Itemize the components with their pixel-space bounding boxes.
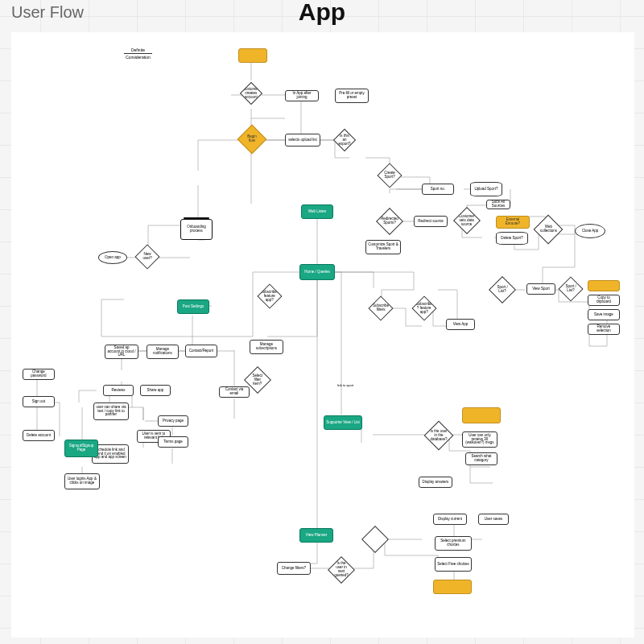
node-external-enroute: External Enroute? [496,216,530,229]
node-delete-account: Delete account [23,430,55,441]
label-link-sport: link to sport [329,382,361,390]
node-view-app: View App [446,319,475,330]
node-redirect-src: Redirect source [414,216,448,227]
node-bottom-yellow [433,580,472,594]
node-login-image: User logins App & clicks on image [64,473,100,489]
node-sign-out: Sign out [23,396,55,407]
node-supporter-view: Supporter View / List [324,415,362,430]
node-remove-selection: Remove selection [588,324,620,335]
node-sup-yellow [462,407,501,423]
node-copy-clipboard: Copy to clipboard [588,295,620,306]
node-sport-no: Sport no. [422,184,454,195]
node-subscribe-2: Subscribe ? feature app? [411,295,436,320]
node-subscribe-1: Subscribe? feature app? [257,283,282,308]
node-change-filters: Change filters? [277,562,311,575]
node-subscribe-filters: Subscribe filters [368,295,393,320]
node-create-sport: Create Sport? [377,163,402,188]
node-open-app: Open app [98,251,127,264]
node-prefill: Pre-fill or empty preset [335,89,369,103]
node-sign-page: Signout/Signup Page [64,440,98,457]
node-home-queries: Home / Queries [299,264,335,280]
connector-lines [11,32,634,638]
node-customize: Customize Sport & Travelers [365,240,401,254]
legend: Definite Consideration [124,47,152,60]
node-share-app: Share app [140,385,171,396]
node-display-current: Display current [433,514,467,525]
node-premium: Select premium choices [435,536,472,551]
node-sport-list: Sport / List? [489,276,516,303]
node-display-answers: Display answers [419,477,452,488]
node-onboarding: Onboarding process [182,222,211,237]
node-save-image: Save image [588,309,620,320]
node-subs-all: Subs All Sources [486,200,510,209]
node-redirected: Redirected Sports? [376,208,403,235]
node-delete-sport: Delete Sport? [496,232,528,245]
node-post-settings: Post Settings [177,299,209,314]
diagram-title: App [0,0,644,26]
node-change-pw: Change password [23,369,55,380]
node-terms: Terms page [158,436,188,448]
node-search-cat: Search what category [465,452,497,465]
node-share-text: user can share via text / copy link to p… [93,402,129,420]
node-next-queried: Is the user in next queried? [328,556,355,584]
diagram-canvas: Definite Consideration customer creates … [11,32,634,638]
node-manage-notif: Manage notifications [147,345,179,359]
node-manage-subs: Manage subscriptions [250,340,283,354]
node-is-export: is this an export? [333,129,356,151]
node-view-sport: View Sport [526,283,555,295]
node-opt-1 [588,280,620,291]
node-contact-email: Contact via email [219,386,250,398]
node-user-saves: User saves [478,514,509,525]
node-upload-list: selects upload list [285,134,320,147]
node-start [238,48,267,63]
node-30-msgs: User can only receive 30 (walkover?) msg… [462,431,497,448]
node-web-collections: Web collections [534,215,564,245]
node-free: Select Free choices [435,557,472,572]
node-begin-flow: Begin flow [237,125,267,155]
node-view-planner: View Planner [299,528,333,543]
node-web-listen: Web Listen [301,204,333,219]
node-saved-account: Saved ap account in cloud / URL [105,345,138,359]
node-planner-dec [361,526,389,553]
node-in-app: In App after joining [285,90,319,101]
node-privacy: Privacy page [158,415,188,427]
node-reviews: Reviews [103,385,134,396]
node-decision-1: customer creates account [240,82,262,105]
node-customer-source: Customer sets data source [453,207,481,234]
node-contact-report: Contact/Report [185,345,217,357]
legend-consideration: Consideration [124,54,152,60]
node-upload-sport: Upload Sport? [470,182,502,196]
node-in-db: Is the user in the database? [424,421,454,451]
node-split: Sport / List? [558,276,583,301]
legend-definite: Definite [124,47,152,54]
node-close-app: Close App [575,224,605,238]
node-new-user: New user? [134,244,159,269]
